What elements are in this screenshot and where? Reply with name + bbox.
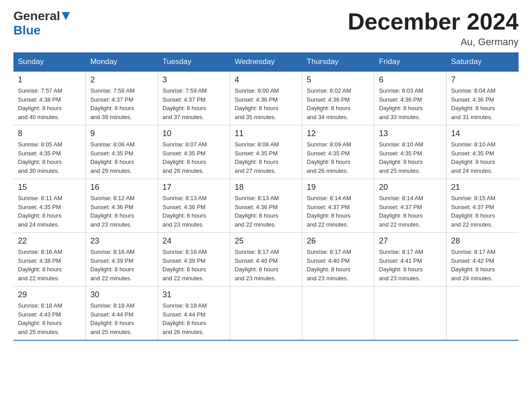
calendar-body: 1 Sunrise: 7:57 AMSunset: 4:38 PMDayligh… [13,71,519,340]
day-info: Sunrise: 8:08 AMSunset: 4:35 PMDaylight:… [235,141,279,174]
col-friday: Friday [374,53,446,72]
calendar-cell: 23 Sunrise: 8:16 AMSunset: 4:39 PMDaylig… [86,233,158,287]
day-number: 20 [379,183,442,192]
calendar-cell: 9 Sunrise: 8:06 AMSunset: 4:35 PMDayligh… [86,125,158,179]
month-title: December 2024 [348,9,519,34]
page-header: General Blue December 2024 Au, Germany [13,9,519,48]
col-tuesday: Tuesday [158,53,230,72]
day-info: Sunrise: 8:10 AMSunset: 4:35 PMDaylight:… [379,141,423,174]
day-number: 24 [163,236,225,246]
calendar-cell: 16 Sunrise: 8:12 AMSunset: 4:36 PMDaylig… [86,179,158,233]
day-info: Sunrise: 8:12 AMSunset: 4:36 PMDaylight:… [90,195,135,228]
day-info: Sunrise: 8:16 AMSunset: 4:38 PMDaylight:… [18,248,62,282]
calendar-cell: 24 Sunrise: 8:16 AMSunset: 4:39 PMDaylig… [158,233,230,287]
day-number: 1 [18,75,81,85]
calendar-cell: 1 Sunrise: 7:57 AMSunset: 4:38 PMDayligh… [13,71,86,125]
calendar-cell [446,287,519,341]
day-number: 21 [451,183,514,192]
header-row: Sunday Monday Tuesday Wednesday Thursday… [13,53,519,72]
col-wednesday: Wednesday [230,53,302,72]
calendar-cell: 10 Sunrise: 8:07 AMSunset: 4:35 PMDaylig… [158,125,230,179]
calendar-header: Sunday Monday Tuesday Wednesday Thursday… [13,53,519,72]
day-info: Sunrise: 8:07 AMSunset: 4:35 PMDaylight:… [163,141,207,174]
calendar-cell: 2 Sunrise: 7:58 AMSunset: 4:37 PMDayligh… [86,71,158,125]
day-number: 22 [18,236,81,246]
calendar-cell: 6 Sunrise: 8:03 AMSunset: 4:36 PMDayligh… [374,71,446,125]
calendar-cell: 13 Sunrise: 8:10 AMSunset: 4:35 PMDaylig… [374,125,446,179]
calendar-week-row: 22 Sunrise: 8:16 AMSunset: 4:38 PMDaylig… [13,233,519,287]
day-info: Sunrise: 8:04 AMSunset: 4:36 PMDaylight:… [451,87,495,120]
calendar-cell: 19 Sunrise: 8:14 AMSunset: 4:37 PMDaylig… [302,179,374,233]
calendar-week-row: 8 Sunrise: 8:05 AMSunset: 4:35 PMDayligh… [13,125,519,179]
location-text: Au, Germany [348,36,519,48]
logo: General Blue [13,9,71,38]
calendar-cell: 27 Sunrise: 8:17 AMSunset: 4:41 PMDaylig… [374,233,446,287]
calendar-cell: 8 Sunrise: 8:05 AMSunset: 4:35 PMDayligh… [13,125,86,179]
day-info: Sunrise: 8:16 AMSunset: 4:39 PMDaylight:… [163,248,207,282]
calendar-cell: 21 Sunrise: 8:15 AMSunset: 4:37 PMDaylig… [446,179,519,233]
calendar-cell: 5 Sunrise: 8:02 AMSunset: 4:36 PMDayligh… [302,71,374,125]
calendar-cell: 15 Sunrise: 8:11 AMSunset: 4:35 PMDaylig… [13,179,86,233]
day-number: 10 [163,129,225,138]
calendar-cell [230,287,302,341]
calendar-cell: 11 Sunrise: 8:08 AMSunset: 4:35 PMDaylig… [230,125,302,179]
day-number: 17 [163,183,225,192]
day-number: 3 [163,75,225,85]
day-info: Sunrise: 8:18 AMSunset: 4:44 PMDaylight:… [163,302,207,335]
calendar-cell: 25 Sunrise: 8:17 AMSunset: 4:40 PMDaylig… [230,233,302,287]
day-number: 23 [90,236,153,246]
day-info: Sunrise: 7:58 AMSunset: 4:37 PMDaylight:… [90,87,135,120]
day-number: 19 [307,183,369,192]
day-number: 13 [379,129,442,138]
col-thursday: Thursday [302,53,374,72]
day-info: Sunrise: 8:15 AMSunset: 4:37 PMDaylight:… [451,195,495,228]
logo-general-text: General [13,9,60,23]
day-info: Sunrise: 8:18 AMSunset: 4:43 PMDaylight:… [18,302,62,335]
day-number: 26 [307,236,369,246]
calendar-cell: 7 Sunrise: 8:04 AMSunset: 4:36 PMDayligh… [446,71,519,125]
calendar-cell: 4 Sunrise: 8:00 AMSunset: 4:36 PMDayligh… [230,71,302,125]
day-info: Sunrise: 8:06 AMSunset: 4:35 PMDaylight:… [90,141,135,174]
calendar-cell: 14 Sunrise: 8:10 AMSunset: 4:35 PMDaylig… [446,125,519,179]
day-info: Sunrise: 8:14 AMSunset: 4:37 PMDaylight:… [379,195,423,228]
svg-marker-0 [62,12,70,20]
day-number: 30 [90,290,153,300]
logo-blue-text: Blue [13,23,41,38]
day-number: 15 [18,183,81,192]
day-info: Sunrise: 7:59 AMSunset: 4:37 PMDaylight:… [163,87,207,120]
day-number: 11 [235,129,297,138]
calendar-cell: 17 Sunrise: 8:13 AMSunset: 4:36 PMDaylig… [158,179,230,233]
day-number: 29 [18,290,81,300]
day-info: Sunrise: 8:13 AMSunset: 4:36 PMDaylight:… [235,195,279,228]
calendar-cell: 26 Sunrise: 8:17 AMSunset: 4:40 PMDaylig… [302,233,374,287]
day-info: Sunrise: 8:17 AMSunset: 4:42 PMDaylight:… [451,248,495,282]
calendar-cell: 3 Sunrise: 7:59 AMSunset: 4:37 PMDayligh… [158,71,230,125]
calendar-week-row: 29 Sunrise: 8:18 AMSunset: 4:43 PMDaylig… [13,287,519,341]
col-monday: Monday [86,53,158,72]
calendar-cell [374,287,446,341]
day-number: 31 [163,290,225,300]
title-block: December 2024 Au, Germany [348,9,519,48]
day-number: 16 [90,183,153,192]
calendar-cell: 12 Sunrise: 8:09 AMSunset: 4:35 PMDaylig… [302,125,374,179]
calendar-cell: 30 Sunrise: 8:18 AMSunset: 4:44 PMDaylig… [86,287,158,341]
day-number: 7 [451,75,514,85]
calendar-cell: 20 Sunrise: 8:14 AMSunset: 4:37 PMDaylig… [374,179,446,233]
day-number: 8 [18,129,81,138]
calendar-table: Sunday Monday Tuesday Wednesday Thursday… [13,52,519,341]
calendar-week-row: 15 Sunrise: 8:11 AMSunset: 4:35 PMDaylig… [13,179,519,233]
day-info: Sunrise: 8:17 AMSunset: 4:40 PMDaylight:… [307,248,351,282]
col-sunday: Sunday [13,53,86,72]
day-number: 25 [235,236,297,246]
col-saturday: Saturday [446,53,519,72]
calendar-cell: 31 Sunrise: 8:18 AMSunset: 4:44 PMDaylig… [158,287,230,341]
day-number: 12 [307,129,369,138]
calendar-cell: 28 Sunrise: 8:17 AMSunset: 4:42 PMDaylig… [446,233,519,287]
day-info: Sunrise: 8:09 AMSunset: 4:35 PMDaylight:… [307,141,351,174]
day-number: 27 [379,236,442,246]
day-info: Sunrise: 8:16 AMSunset: 4:39 PMDaylight:… [90,248,135,282]
day-info: Sunrise: 8:18 AMSunset: 4:44 PMDaylight:… [90,302,135,335]
day-number: 2 [90,75,153,85]
day-info: Sunrise: 8:03 AMSunset: 4:36 PMDaylight:… [379,87,423,120]
day-info: Sunrise: 8:02 AMSunset: 4:36 PMDaylight:… [307,87,351,120]
